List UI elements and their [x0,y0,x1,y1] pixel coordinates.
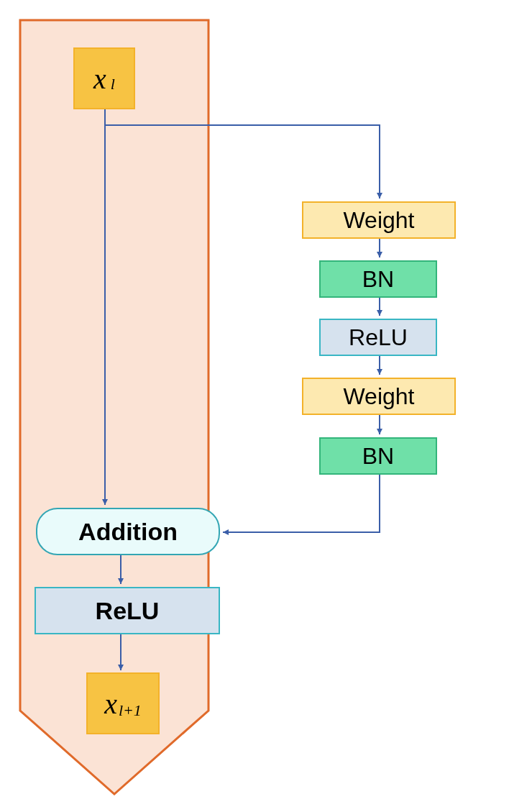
arrow-bn2-to-addition [223,475,380,532]
output-sub: l+1 [119,701,142,720]
bn-block-1: BN [319,260,437,298]
weight-block-1: Weight [302,201,456,239]
addition-block: Addition [36,508,220,555]
input-sub: l [111,75,115,93]
weight-block-2: Weight [302,378,456,415]
relu-main-block: ReLU [35,587,220,634]
bn-block-2: BN [319,437,437,475]
diagram-root: x l Weight BN ReLU Weight BN Addition Re… [0,0,509,812]
output-variable-box: x l+1 [86,672,160,734]
output-var: x [104,687,117,721]
input-var: x [93,62,106,96]
input-variable-box: x l [73,47,135,109]
relu-block-1: ReLU [319,319,437,356]
